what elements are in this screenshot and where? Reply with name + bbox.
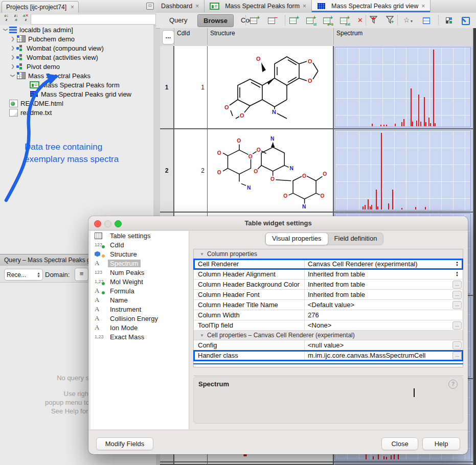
field-item-exact-mass[interactable]: 1,23Exact Mass [90, 332, 189, 341]
add-filter-icon[interactable]: + [386, 16, 396, 25]
chevron-expanded-icon[interactable]: ❯ [3, 26, 8, 33]
table-row[interactable]: 22OOONOONNOOOOOON [160, 129, 473, 213]
field-item-instrument[interactable]: AInstrument [90, 305, 189, 314]
structure-cell[interactable]: OOONOONNOOOOOON [208, 129, 334, 213]
section-header-cell-properties-canvas-cell-renderer-experimental-[interactable]: ▼Cell properties – Canvas Cell Renderer … [194, 331, 463, 340]
tab-mass-spectral-peaks-grid-view[interactable]: Mass Spectral Peaks grid view× [312, 0, 430, 12]
add-chemical-terms-field-icon[interactable]: +ct [306, 16, 316, 25]
field-item-mol-weight[interactable]: 1,23Mol Weight [90, 277, 189, 286]
property-value[interactable]: Inherited from table [304, 290, 451, 299]
property-value[interactable]: <None> [304, 320, 451, 330]
add-calculated-field-icon[interactable]: +a+b [323, 16, 333, 25]
close-button[interactable]: Close [381, 437, 418, 450]
property-value[interactable]: <Default value> [304, 300, 451, 310]
column-header-cdid[interactable]: CdId [174, 28, 208, 45]
property-value[interactable]: m.im.ijc.core.canvas.MassSpectrumCell [304, 351, 451, 360]
chevron-collapsed-icon[interactable]: ❯ [9, 45, 16, 51]
close-tab-icon[interactable]: × [303, 3, 306, 9]
tab-visual-properties[interactable]: Visual properties [265, 232, 328, 245]
add-row-icon[interactable]: + [250, 16, 260, 25]
property-value[interactable]: <null value> [304, 340, 451, 350]
export-icon[interactable] [461, 16, 471, 25]
ellipsis-button[interactable]: ... [452, 352, 462, 360]
chevron-collapsed-icon[interactable]: ❯ [9, 36, 16, 41]
field-item-num-peaks[interactable]: 123Num Peaks [90, 268, 189, 277]
property-value[interactable]: Inherited from table [304, 280, 451, 289]
recent-queries-dropdown[interactable]: Rece... ▲▼ [4, 269, 43, 281]
property-row-tooltip-field[interactable]: ToolTip field<None>... [194, 320, 463, 331]
column-header-structure[interactable]: Structure [208, 28, 334, 45]
property-row-cell-renderer[interactable]: Cell RendererCanvas Cell Renderer (exper… [194, 259, 463, 269]
property-value[interactable]: Canvas Cell Renderer (experimental) [304, 259, 451, 269]
tab-mass-spectral-peaks-form[interactable]: Mass Spectral Peaks form× [205, 0, 312, 12]
field-item-cdid[interactable]: 123CdId [90, 240, 189, 249]
modify-fields-button[interactable]: Modify Fields [96, 437, 153, 450]
field-item-name[interactable]: AName [90, 295, 189, 305]
sort-za-descending-icon[interactable]: z↓a [12, 14, 20, 24]
property-row-column-width[interactable]: Column Width276 [194, 310, 463, 320]
tree-item-pubchem-demo[interactable]: ❯Pubchem demo [0, 34, 153, 43]
property-row-column-header-title-name[interactable]: Column Header Title Name<Default value>.… [194, 300, 463, 310]
property-row-column-header-font[interactable]: Column Header FontInherited from table..… [194, 290, 463, 300]
field-item-spectrum[interactable]: ASpectrum [90, 259, 189, 268]
close-tab-icon[interactable]: × [71, 4, 74, 10]
add-extra-field-icon[interactable]: +ext [339, 16, 350, 25]
spectrum-cell[interactable] [334, 46, 473, 129]
table-row[interactable] [160, 462, 473, 465]
field-item-table-settings[interactable]: Table settings [90, 231, 189, 240]
tree-item-wombat-activities-view-[interactable]: ❯Wombat (activities view) [0, 53, 153, 62]
close-tab-icon[interactable]: × [195, 3, 199, 9]
chevron-collapsed-icon[interactable]: ❯ [9, 55, 16, 60]
tree-item-wombat-compound-view-[interactable]: ❯Wombat (compound view) [0, 43, 153, 53]
remove-row-icon[interactable]: − [267, 16, 278, 25]
ellipsis-button[interactable]: ... [452, 291, 462, 299]
ellipsis-button[interactable]: ... [452, 341, 462, 350]
structure-cell[interactable] [208, 462, 334, 465]
list-views-icon[interactable] [422, 16, 432, 25]
tab-field-definition[interactable]: Field definition [328, 233, 383, 245]
spinner-updown-icon[interactable]: ▲▼ [456, 271, 459, 277]
clear-sort-icon[interactable]: a✕z [21, 14, 30, 24]
table-row[interactable]: 11OOOOON [160, 46, 473, 129]
query-filter-icon[interactable] [370, 16, 380, 25]
mode-button-browse[interactable]: Browse [197, 14, 234, 27]
property-value[interactable]: 276 [304, 310, 451, 320]
property-row-column-header-alignment[interactable]: Column Header AlignmentInherited from ta… [194, 269, 463, 280]
zoom-traffic-light-icon[interactable] [115, 220, 122, 227]
tab-projects[interactable]: Projects [ijc-project74] × [2, 1, 79, 13]
field-item-structure[interactable]: Structure [90, 249, 189, 259]
property-row-handler-class[interactable]: Handler classm.im.ijc.core.canvas.MassSp… [194, 351, 463, 361]
tab-dashboard[interactable]: Dashboard× [156, 0, 205, 12]
tree-item-localdb-as-admin-[interactable]: ❯localdb [as admin] [0, 25, 153, 34]
dialog-titlebar[interactable]: Table widget settings [88, 216, 468, 230]
field-item-formula[interactable]: AFormula [90, 286, 189, 295]
projects-filter-field[interactable] [31, 14, 156, 25]
window-minimize-icon[interactable]: ▭ [146, 3, 154, 10]
delete-icon[interactable]: ✕ [355, 16, 366, 25]
favorites-star-icon[interactable]: ☆▾ [403, 16, 414, 25]
window-layout-icon[interactable] [445, 16, 455, 25]
spectrum-cell[interactable] [334, 462, 473, 465]
field-item-collision-energy[interactable]: ACollision Energy [90, 314, 189, 323]
spinner-updown-icon[interactable]: ▲▼ [456, 261, 459, 267]
section-header-column-properties[interactable]: ▼Column properties [194, 249, 463, 259]
property-value[interactable]: Inherited from table [304, 269, 451, 279]
close-traffic-light-icon[interactable] [94, 220, 101, 227]
ellipsis-button[interactable]: ... [452, 301, 462, 309]
help-button[interactable]: Help [422, 437, 460, 450]
spectrum-cell[interactable] [334, 129, 473, 213]
ellipsis-button[interactable]: ... [452, 281, 462, 289]
minimize-traffic-light-icon[interactable] [104, 220, 111, 227]
help-icon[interactable]: ? [448, 380, 458, 389]
structure-cell[interactable]: OOOOON [208, 46, 334, 129]
column-header-spectrum[interactable]: Spectrum [334, 28, 473, 45]
property-row-column-header-background-color[interactable]: Column Header Background ColorInherited … [194, 280, 463, 290]
hamburger-menu-icon[interactable]: ≡ [75, 268, 88, 281]
mode-button-query[interactable]: Query [164, 14, 193, 26]
close-tab-icon[interactable]: × [421, 3, 425, 9]
property-row-config[interactable]: Config<null value>... [194, 340, 463, 351]
field-item-ion-mode[interactable]: AIon Mode [90, 323, 189, 332]
sort-az-descending-icon[interactable]: a↓z [2, 14, 11, 24]
add-field-icon[interactable]: + [289, 16, 299, 25]
ellipsis-button[interactable]: ... [452, 321, 462, 330]
